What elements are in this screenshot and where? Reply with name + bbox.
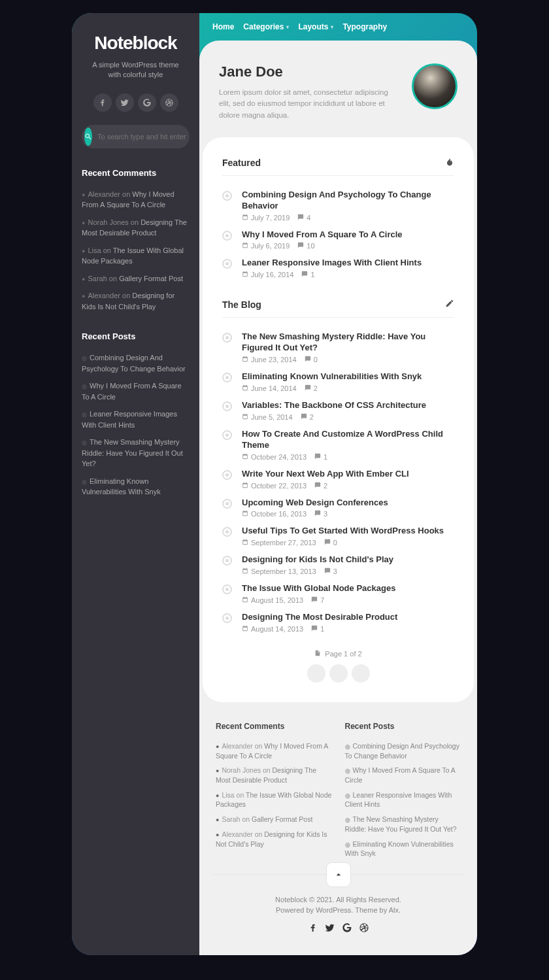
- file-icon: [314, 650, 321, 658]
- twitter-icon[interactable]: [116, 93, 134, 112]
- radio-icon: [222, 401, 232, 411]
- post-link[interactable]: Why I Moved From A Square To A Circle: [345, 766, 456, 784]
- bullet-icon: ◎: [82, 355, 87, 362]
- radio-icon: [222, 584, 232, 594]
- comment-item: ●Alexander on Why I Moved From A Square …: [82, 186, 190, 214]
- top-nav: Home Categories▾ Layouts▾ Typography: [199, 13, 477, 41]
- chevron-down-icon: ▾: [331, 24, 333, 30]
- radio-icon: [222, 613, 232, 623]
- page-indicator: Page 1 of 2: [325, 650, 361, 658]
- comment-icon: [314, 482, 321, 490]
- bullet-icon: ◎: [82, 411, 87, 418]
- site-logo[interactable]: Noteblock: [72, 13, 199, 60]
- post-title[interactable]: The Issue With Global Node Packages: [242, 583, 454, 594]
- content: Jane Doe Lorem ipsum dolor sit amet, con…: [199, 41, 477, 955]
- blog-post: Write Your Next Web App With Ember CLI O…: [222, 465, 454, 494]
- page-button[interactable]: [329, 664, 348, 683]
- twitter-icon[interactable]: [325, 922, 335, 936]
- page-button[interactable]: [307, 664, 325, 683]
- post-link[interactable]: The New Smashing Mystery Riddle: Have Yo…: [345, 815, 457, 833]
- dribbble-icon[interactable]: [359, 922, 369, 936]
- post-title[interactable]: How To Create And Customize A WordPress …: [242, 429, 454, 451]
- dribbble-icon[interactable]: [160, 93, 178, 112]
- comment-item: ●Lisa on The Issue With Global Node Pack…: [82, 242, 190, 270]
- comment-icon: [324, 567, 331, 575]
- post-title[interactable]: Designing The Most Desirable Product: [242, 612, 454, 623]
- post-link[interactable]: Eliminating Known Vulnerabilities With S…: [345, 840, 454, 858]
- featured-post: Combining Design And Psychology To Chang…: [222, 186, 454, 226]
- google-icon[interactable]: [342, 922, 352, 936]
- comment-icon: [314, 453, 321, 461]
- post-title[interactable]: Variables: The Backbone Of CSS Architect…: [242, 400, 454, 411]
- post-title[interactable]: Leaner Responsive Images With Client Hin…: [242, 258, 454, 269]
- post-title[interactable]: Why I Moved From A Square To A Circle: [242, 229, 454, 241]
- radio-icon: [222, 333, 232, 343]
- nav-typography[interactable]: Typography: [342, 22, 387, 31]
- comment-link[interactable]: Gallery Format Post: [252, 815, 312, 823]
- widget-title: Recent Comments: [82, 168, 190, 186]
- calendar-icon: [242, 413, 248, 421]
- post-title[interactable]: Useful Tips To Get Started With WordPres…: [242, 526, 454, 537]
- comment-icon: [324, 539, 331, 547]
- comment-icon: [297, 242, 304, 250]
- widget-title: Recent Posts: [82, 331, 190, 349]
- search-button[interactable]: [84, 127, 92, 146]
- comment-item: ●Alexander on Why I Moved From A Square …: [216, 739, 332, 763]
- comment-icon: [297, 214, 304, 222]
- blog-post: Designing The Most Desirable Product Aug…: [222, 608, 454, 637]
- post-link-item: ◎The New Smashing Mystery Riddle: Have Y…: [345, 812, 461, 836]
- nav-home[interactable]: Home: [212, 22, 234, 31]
- bullet-icon: ●: [82, 220, 85, 226]
- comment-item: ●Norah Jones on Designing The Most Desir…: [216, 763, 332, 787]
- post-link[interactable]: Leaner Responsive Images With Client Hin…: [345, 791, 452, 809]
- post-link-item: ◎Leaner Responsive Images With Client Hi…: [345, 788, 461, 812]
- post-title[interactable]: Combining Design And Psychology To Chang…: [242, 190, 454, 212]
- back-to-top-button[interactable]: [327, 863, 350, 887]
- main: Home Categories▾ Layouts▾ Typography Jan…: [199, 13, 477, 955]
- widget-title: Recent Posts: [345, 722, 461, 739]
- comment-icon: [301, 271, 308, 279]
- radio-icon: [222, 470, 232, 480]
- post-link[interactable]: Combining Design And Psychology To Chang…: [345, 742, 459, 760]
- copyright-text: Noteblock © 2021. All Rights Reserved.: [212, 894, 464, 905]
- blog-post: Eliminating Known Vulnerabilities With S…: [222, 367, 454, 396]
- post-title[interactable]: Eliminating Known Vulnerabilities With S…: [242, 371, 454, 382]
- post-link-item: ◎The New Smashing Mystery Riddle: Have Y…: [82, 433, 190, 473]
- chevron-down-icon: ▾: [286, 24, 289, 30]
- post-title[interactable]: Upcoming Web Design Conferences: [242, 498, 454, 509]
- post-title[interactable]: Designing for Kids Is Not Child's Play: [242, 554, 454, 566]
- post-link[interactable]: Combining Design And Psychology To Chang…: [82, 354, 186, 373]
- page-button[interactable]: [352, 664, 370, 683]
- widget-title: Recent Comments: [216, 722, 332, 739]
- radio-icon: [222, 527, 232, 537]
- facebook-icon[interactable]: [93, 93, 112, 112]
- calendar-icon: [242, 271, 248, 279]
- facebook-icon[interactable]: [308, 922, 318, 936]
- post-link[interactable]: The New Smashing Mystery Riddle: Have Yo…: [82, 438, 183, 467]
- comment-link[interactable]: Gallery Format Post: [119, 275, 183, 282]
- featured-heading: Featured: [222, 157, 454, 176]
- post-link-item: ◎Eliminating Known Vulnerabilities With …: [82, 473, 190, 501]
- calendar-icon: [242, 242, 248, 250]
- post-link[interactable]: Why I Moved From A Square To A Circle: [82, 382, 182, 401]
- radio-icon: [222, 373, 232, 382]
- comment-item: ●Alexander on Designing for Kids Is Not …: [216, 827, 332, 851]
- bullet-icon: ◎: [345, 817, 350, 823]
- post-link[interactable]: Leaner Responsive Images With Client Hin…: [82, 410, 177, 429]
- search-input[interactable]: [92, 133, 193, 141]
- comment-icon: [311, 596, 318, 604]
- search-box: [82, 125, 190, 148]
- post-link[interactable]: Eliminating Known Vulnerabilities With S…: [82, 477, 161, 496]
- google-icon[interactable]: [138, 93, 156, 112]
- bullet-icon: ●: [82, 276, 85, 282]
- nav-categories[interactable]: Categories▾: [243, 22, 289, 31]
- post-title[interactable]: The New Smashing Mystery Riddle: Have Yo…: [242, 331, 454, 354]
- calendar-icon: [242, 510, 248, 518]
- nav-layouts[interactable]: Layouts▾: [298, 22, 333, 31]
- comment-icon: [311, 625, 318, 633]
- posts-card: Featured Combining Design And Psychology…: [203, 137, 474, 702]
- bullet-icon: ◎: [82, 479, 87, 485]
- post-title[interactable]: Write Your Next Web App With Ember CLI: [242, 469, 454, 480]
- widget-recent-posts: Recent Posts ◎Combining Design And Psych…: [72, 331, 199, 517]
- blog-post: Variables: The Backbone Of CSS Architect…: [222, 396, 454, 425]
